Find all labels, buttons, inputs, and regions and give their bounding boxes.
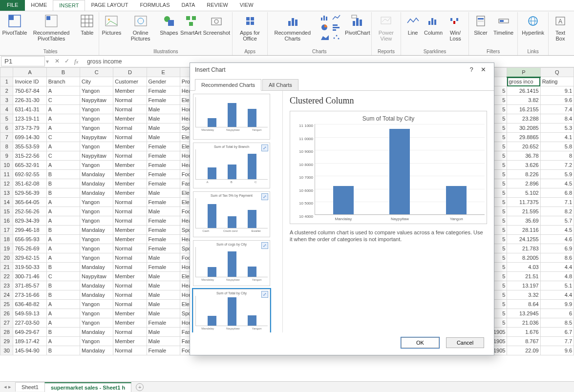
name-box[interactable] — [1, 56, 45, 66]
online-pictures-button[interactable]: Online Pictures — [123, 12, 158, 42]
tab-page-layout[interactable]: PAGE LAYOUT — [85, 0, 134, 11]
textbox-icon: A — [553, 13, 568, 29]
textbox-button[interactable]: AText Box — [551, 12, 570, 42]
group-filters-label: Filters — [487, 48, 500, 55]
chart-thumb-1[interactable]: ⤢ Sum of Total by Branch ABC — [193, 143, 270, 188]
sparkline-column-button[interactable]: Column — [424, 12, 443, 37]
power-view-button[interactable]: Power View — [374, 12, 399, 42]
svg-rect-20 — [246, 17, 250, 21]
enter-formula-icon[interactable]: ✓ — [64, 58, 69, 65]
textbox-label: Text Box — [553, 30, 568, 41]
chart-thumb-4[interactable]: ⤢ Sum of Total by City MandalayNaypyitaw… — [193, 289, 270, 332]
expand-icon[interactable]: ⤢ — [261, 193, 268, 200]
chart-thumb-2[interactable]: ⤢ Sum of Tax 5% by Payment CashCredit ca… — [193, 191, 270, 237]
chart-description: A clustered column chart is used to comp… — [290, 229, 487, 243]
svg-rect-17 — [189, 22, 193, 26]
apps-label: Apps for Office — [236, 30, 263, 41]
dialog-close-button[interactable]: ✕ — [477, 66, 489, 73]
dlg-tab-recommended[interactable]: Recommended Charts — [195, 79, 261, 91]
tab-view[interactable]: VIEW — [234, 0, 259, 11]
svg-rect-33 — [333, 29, 336, 31]
expand-icon[interactable]: ⤢ — [261, 144, 268, 151]
tab-file[interactable]: FILE — [0, 0, 25, 11]
sparkline-line-icon — [405, 13, 421, 29]
rec-charts-button[interactable]: Recommended Charts — [270, 12, 316, 42]
tab-review[interactable]: REVIEW — [201, 0, 234, 11]
sheet-nav[interactable]: ◂ ▸ — [0, 384, 15, 390]
screenshot-button[interactable]: Screenshot — [203, 12, 230, 37]
slicer-button[interactable]: Slicer — [471, 12, 490, 37]
group-reports-label: Reports — [378, 48, 395, 55]
tab-home[interactable]: HOME — [25, 0, 53, 11]
shapes-icon — [161, 13, 177, 29]
svg-rect-50 — [478, 18, 484, 20]
cancel-formula-icon[interactable]: ✕ — [55, 58, 60, 65]
shapes-button[interactable]: Shapes — [159, 12, 179, 37]
sparkline-winloss-icon — [447, 13, 463, 29]
sparkline-column-label: Column — [424, 30, 443, 36]
pie-chart-icon[interactable] — [319, 23, 330, 32]
ok-button[interactable]: OK — [401, 337, 439, 348]
sparkline-column-icon — [425, 13, 441, 29]
svg-rect-26 — [295, 20, 298, 26]
svg-rect-15 — [186, 16, 190, 20]
sheet-tab-sheet1[interactable]: Sheet1 — [15, 382, 45, 392]
group-tables-label: Tables — [43, 48, 58, 55]
svg-rect-11 — [135, 16, 147, 26]
power-view-icon — [378, 13, 394, 29]
pictures-button[interactable]: Pictures — [101, 12, 122, 37]
expand-icon[interactable]: ⤢ — [261, 291, 268, 298]
svg-rect-16 — [192, 16, 196, 20]
pivottable-button[interactable]: PivotTable — [4, 12, 25, 37]
sheet-tab-active[interactable]: supermarket sales - Sheet1 h — [44, 382, 131, 392]
bar-chart-icon[interactable] — [319, 13, 330, 22]
pivotchart-button[interactable]: PivotChart — [346, 12, 369, 37]
smartart-button[interactable]: SmartArt — [180, 12, 202, 37]
tab-data[interactable]: DATA — [176, 0, 201, 11]
pivottable-label: PivotTable — [2, 30, 27, 36]
svg-rect-27 — [321, 18, 322, 21]
table-icon — [79, 13, 95, 29]
svg-rect-1 — [9, 15, 14, 20]
apps-for-office-button[interactable]: Apps for Office — [234, 12, 265, 42]
svg-rect-29 — [326, 17, 327, 21]
add-sheet-button[interactable]: + — [136, 383, 144, 391]
hyperlink-button[interactable]: Hyperlink — [520, 12, 546, 37]
dlg-tab-all[interactable]: All Charts — [262, 79, 298, 91]
sheet-tab-bar: ◂ ▸ Sheet1 supermarket sales - Sheet1 h … — [0, 381, 574, 392]
svg-rect-4 — [81, 15, 93, 27]
chart-gallery[interactable] — [317, 12, 345, 42]
scatter-chart-icon[interactable] — [331, 33, 342, 41]
svg-rect-22 — [246, 21, 250, 25]
rec-pivot-button[interactable]: Recommended PivotTables — [26, 12, 77, 42]
chart-thumb-0[interactable]: MandalayNaypyitawYangon — [193, 94, 270, 140]
sparkline-line-button[interactable]: Line — [403, 12, 423, 37]
sparkline-winloss-label: Win/ Loss — [446, 30, 465, 41]
timeline-icon — [496, 13, 511, 29]
svg-rect-48 — [456, 18, 458, 21]
fx-icon[interactable]: fx — [74, 58, 78, 65]
tab-formulas[interactable]: FORMULAS — [134, 0, 175, 11]
line-chart-icon[interactable] — [331, 13, 342, 22]
svg-rect-44 — [431, 18, 433, 25]
sparkline-winloss-button[interactable]: Win/ Loss — [444, 12, 467, 42]
table-button[interactable]: Table — [77, 12, 97, 37]
chart-thumbnails[interactable]: MandalayNaypyitawYangon ⤢ Sum of Total b… — [190, 91, 283, 332]
timeline-button[interactable]: Timeline — [491, 12, 515, 37]
tab-insert[interactable]: INSERT — [53, 0, 85, 11]
hbar-chart-icon[interactable] — [331, 23, 342, 32]
svg-rect-25 — [292, 18, 294, 26]
svg-point-10 — [108, 19, 110, 21]
chart-bar-Yangon — [446, 186, 467, 214]
svg-rect-43 — [428, 21, 430, 25]
chart-title: Sum of Total by City — [292, 115, 485, 122]
group-charts-label: Charts — [312, 48, 326, 55]
chart-thumb-3[interactable]: ⤢ Sum of cogs by City MandalayNaypyitawY… — [193, 240, 270, 286]
svg-rect-14 — [168, 20, 174, 26]
svg-rect-32 — [333, 27, 340, 28]
dialog-help-button[interactable]: ? — [466, 66, 477, 73]
area-chart-icon[interactable] — [319, 33, 330, 41]
expand-icon[interactable]: ⤢ — [261, 242, 268, 249]
cancel-button[interactable]: Cancel — [446, 337, 484, 348]
rec-charts-label: Recommended Charts — [272, 30, 314, 41]
